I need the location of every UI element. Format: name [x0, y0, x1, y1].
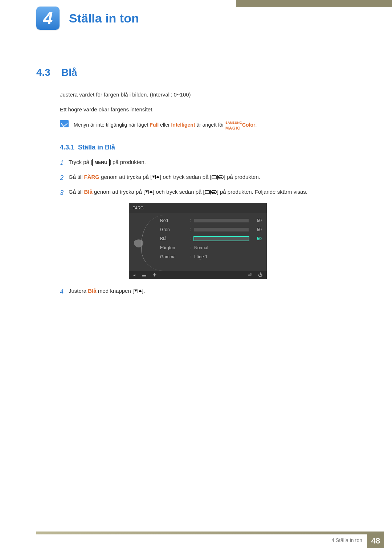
- osd-nav-icons: ◂ ▬ ✚ ⏎ ⏻: [129, 271, 267, 279]
- footer-chapter-label: 4 Ställa in ton: [331, 534, 367, 548]
- svg-marker-7: [145, 190, 148, 193]
- osd-row: Röd:50: [160, 216, 262, 225]
- osd-title: FÄRG: [129, 203, 267, 213]
- svg-rect-8: [148, 190, 149, 194]
- source-enter-icon: [205, 190, 217, 195]
- osd-row: Grön:50: [160, 225, 262, 234]
- nav-left-icon: ◂: [133, 272, 135, 278]
- nav-power-icon: ⏻: [258, 272, 262, 278]
- osd-rows: Röd:50Grön:50Blå:50Färgton:NormalGamma:L…: [160, 216, 262, 262]
- steps-list-cont: 4 Justera Blå med knappen [].: [60, 287, 336, 297]
- section-number: 4.3: [36, 67, 50, 78]
- nav-enter-icon: ⏎: [248, 272, 252, 278]
- step-4: 4 Justera Blå med knappen [].: [60, 287, 336, 297]
- source-enter-icon: [212, 175, 224, 180]
- svg-rect-15: [138, 289, 138, 293]
- section-body: Justera värdet för färgen blå i bilden. …: [60, 91, 336, 302]
- note-box: Menyn är inte tillgänglig när läget Full…: [60, 120, 336, 134]
- note-text: Menyn är inte tillgänglig när läget Full…: [74, 120, 257, 130]
- chapter-header: 4 Ställa in ton: [36, 7, 139, 30]
- top-decor-bar: [236, 0, 392, 7]
- svg-marker-2: [156, 176, 159, 178]
- down-up-arrows-icon: [145, 190, 153, 194]
- svg-rect-5: [219, 176, 223, 179]
- steps-list: 1 Tryck på [MENU] på produkten. 2 Gå til…: [60, 158, 336, 198]
- svg-rect-1: [155, 175, 156, 179]
- step-2: 2 Gå till FÄRG genom att trycka på [] oc…: [60, 173, 336, 183]
- intro-paragraph-2: Ett högre värde ökar färgens intensitet.: [60, 106, 336, 114]
- step-3: 3 Gå till Blå genom att trycka på [] och…: [60, 188, 336, 198]
- subsection-heading: 4.3.1 Ställa in Blå: [60, 143, 336, 152]
- menu-button-icon: MENU: [92, 159, 109, 166]
- osd-screenshot: FÄRG Röd:50Grön:50Blå:50Färgton:NormalGa…: [129, 203, 267, 279]
- osd-row: Gamma:Läge 1: [160, 253, 262, 262]
- svg-marker-16: [139, 290, 142, 292]
- svg-rect-3: [212, 176, 216, 179]
- svg-marker-0: [152, 176, 155, 178]
- section-heading: 4.3Blå: [36, 67, 77, 78]
- note-icon: [60, 120, 69, 127]
- nav-minus-icon: ▬: [142, 272, 146, 278]
- manual-page: 4 Ställa in ton 4.3Blå Justera värdet fö…: [0, 0, 392, 554]
- down-up-arrows-icon: [134, 289, 142, 294]
- osd-row: Blå:50: [160, 234, 262, 243]
- nav-plus-icon: ✚: [153, 272, 156, 278]
- svg-rect-10: [205, 190, 209, 194]
- section-title: Blå: [61, 67, 77, 78]
- osd-row: Färgton:Normal: [160, 243, 262, 253]
- chapter-number-badge: 4: [36, 7, 60, 30]
- footer-page-number: 48: [367, 534, 384, 548]
- svg-rect-12: [212, 190, 216, 194]
- page-footer: 4 Ställa in ton 48: [36, 532, 384, 548]
- svg-marker-14: [134, 290, 137, 292]
- step-1: 1 Tryck på [MENU] på produkten.: [60, 158, 336, 168]
- svg-marker-9: [150, 190, 152, 193]
- intro-paragraph-1: Justera värdet för färgen blå i bilden. …: [60, 91, 336, 99]
- chapter-title: Ställa in ton: [69, 11, 139, 25]
- down-up-arrows-icon: [152, 175, 160, 180]
- palette-icon: [134, 239, 143, 247]
